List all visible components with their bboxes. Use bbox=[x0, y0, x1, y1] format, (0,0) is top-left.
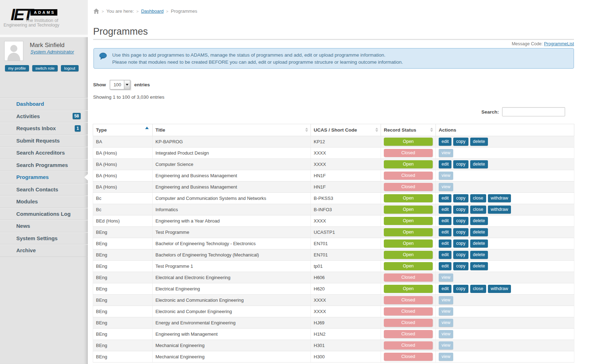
code-cell: H620 bbox=[311, 283, 381, 295]
view-button[interactable]: view bbox=[439, 172, 453, 180]
search-input[interactable] bbox=[502, 107, 565, 116]
type-cell: BEng bbox=[93, 238, 153, 249]
message-code-label: Message Code: bbox=[512, 41, 543, 46]
table-row: BA (Hons)Engineering and Business Manage… bbox=[93, 170, 574, 181]
close-button[interactable]: close bbox=[470, 194, 486, 202]
edit-button[interactable]: edit bbox=[439, 217, 451, 225]
edit-button[interactable]: edit bbox=[439, 138, 451, 146]
view-button[interactable]: view bbox=[439, 183, 453, 191]
sidebar-item-search-accreditors[interactable]: Search Accreditors bbox=[0, 147, 88, 159]
delete-button[interactable]: delete bbox=[470, 217, 488, 225]
copy-button[interactable]: copy bbox=[453, 262, 468, 270]
logout-button[interactable]: logout bbox=[61, 65, 78, 71]
sidebar-item-news[interactable]: News bbox=[0, 220, 88, 232]
copy-button[interactable]: copy bbox=[453, 228, 468, 236]
view-button[interactable]: view bbox=[439, 353, 453, 361]
sidebar-item-modules[interactable]: Modules bbox=[0, 196, 88, 208]
edit-button[interactable]: edit bbox=[439, 285, 451, 293]
status-cell: Open bbox=[381, 159, 436, 170]
type-cell: BEng bbox=[93, 340, 153, 351]
code-cell: XXXX bbox=[311, 215, 381, 227]
message-code-link[interactable]: ProgrammeList bbox=[544, 41, 574, 46]
title-cell: Engineering with a Year Abroad bbox=[153, 215, 311, 227]
sidebar-item-programmes[interactable]: Programmes bbox=[0, 171, 88, 184]
divider bbox=[93, 39, 574, 40]
switch-role-button[interactable]: switch role bbox=[32, 65, 58, 71]
avatar bbox=[4, 41, 23, 61]
column-header-type[interactable]: Type bbox=[93, 124, 153, 136]
sidebar-item-search-programmes[interactable]: Search Programmes bbox=[0, 159, 88, 172]
table-row: BEngEngineering with ManagementH1N2Close… bbox=[93, 329, 574, 340]
withdraw-button[interactable]: withdraw bbox=[488, 285, 511, 293]
table-row: BEngElectrical and Electronic Engineerin… bbox=[93, 272, 574, 283]
copy-button[interactable]: copy bbox=[453, 194, 468, 202]
edit-button[interactable]: edit bbox=[439, 251, 451, 259]
entries-label: entries bbox=[134, 82, 150, 87]
sidebar-item-archive[interactable]: Archive bbox=[0, 244, 88, 257]
sidebar-item-search-contacts[interactable]: Search Contacts bbox=[0, 184, 88, 196]
delete-button[interactable]: delete bbox=[470, 160, 488, 168]
status-cell: Open bbox=[381, 193, 436, 204]
show-entries-control: Show 100 entries bbox=[93, 80, 150, 89]
status-badge: Closed bbox=[384, 330, 433, 338]
copy-button[interactable]: copy bbox=[453, 206, 468, 214]
view-button[interactable]: view bbox=[439, 341, 453, 349]
view-button[interactable]: view bbox=[439, 307, 453, 316]
my-profile-button[interactable]: my profile bbox=[5, 65, 29, 71]
sidebar-item-activities[interactable]: Activities58 bbox=[0, 110, 88, 123]
sidebar-item-requests-inbox[interactable]: Requests Inbox1 bbox=[0, 122, 88, 135]
view-button[interactable]: view bbox=[439, 273, 453, 282]
close-button[interactable]: close bbox=[470, 285, 486, 293]
page-size-select[interactable]: 100 bbox=[110, 80, 130, 89]
code-cell: HJ69 bbox=[311, 317, 381, 329]
edit-button[interactable]: edit bbox=[439, 228, 451, 236]
copy-button[interactable]: copy bbox=[453, 160, 468, 168]
user-panel: Mark Sinfield System Administrator my pr… bbox=[0, 40, 88, 98]
home-icon[interactable] bbox=[93, 8, 99, 14]
copy-button[interactable]: copy bbox=[453, 251, 468, 259]
sidebar-item-submit-requests[interactable]: Submit Requests bbox=[0, 135, 88, 147]
close-button[interactable]: close bbox=[470, 206, 486, 214]
user-role-link[interactable]: System Administrator bbox=[30, 49, 74, 54]
copy-button[interactable]: copy bbox=[453, 138, 468, 146]
table-row: BEngElectronic and Communication Enginee… bbox=[93, 295, 574, 306]
sidebar-item-communications-log[interactable]: Communications Log bbox=[0, 208, 88, 220]
copy-button[interactable]: copy bbox=[453, 239, 468, 248]
breadcrumb-dashboard-link[interactable]: Dashboard bbox=[141, 8, 164, 14]
table-row: BEngMechanical EngineeringH300Closedview bbox=[93, 351, 574, 363]
status-badge: Open bbox=[384, 251, 433, 259]
view-button[interactable]: view bbox=[439, 319, 453, 327]
withdraw-button[interactable]: withdraw bbox=[488, 194, 511, 202]
sidebar-item-system-settings[interactable]: System Settings bbox=[0, 232, 88, 245]
withdraw-button[interactable]: withdraw bbox=[488, 206, 511, 214]
copy-button[interactable]: copy bbox=[453, 217, 468, 225]
table-row: BcComputer and Communication Systems and… bbox=[93, 193, 574, 204]
title-cell: Test Programme bbox=[153, 227, 311, 238]
column-header-ucas-short-code[interactable]: UCAS / Short Code bbox=[311, 124, 381, 136]
status-cell: Closed bbox=[381, 170, 436, 181]
delete-button[interactable]: delete bbox=[470, 251, 488, 259]
column-header-title[interactable]: Title bbox=[153, 124, 311, 136]
edit-button[interactable]: edit bbox=[439, 262, 451, 270]
actions-cell: editcopyclosewithdraw bbox=[436, 204, 574, 215]
delete-button[interactable]: delete bbox=[470, 262, 488, 270]
status-cell: Open bbox=[381, 283, 436, 295]
copy-button[interactable]: copy bbox=[453, 285, 468, 293]
edit-button[interactable]: edit bbox=[439, 239, 451, 248]
view-button[interactable]: view bbox=[439, 330, 453, 338]
title-cell: Computer Science bbox=[153, 159, 311, 170]
edit-button[interactable]: edit bbox=[439, 206, 451, 214]
delete-button[interactable]: delete bbox=[470, 138, 488, 146]
view-button[interactable]: view bbox=[439, 149, 453, 157]
edit-button[interactable]: edit bbox=[439, 160, 451, 168]
delete-button[interactable]: delete bbox=[470, 239, 488, 248]
actions-cell: view bbox=[436, 148, 574, 159]
edit-button[interactable]: edit bbox=[439, 194, 451, 202]
type-cell: BEng bbox=[93, 227, 153, 238]
delete-button[interactable]: delete bbox=[470, 228, 488, 236]
column-header-record-status[interactable]: Record Status bbox=[381, 124, 436, 136]
sidebar-item-dashboard[interactable]: Dashboard bbox=[0, 98, 88, 110]
code-cell: UCASTP1 bbox=[311, 227, 381, 238]
view-button[interactable]: view bbox=[439, 296, 453, 304]
showing-status-text: Showing 1 to 100 of 3,030 entries bbox=[93, 94, 164, 100]
